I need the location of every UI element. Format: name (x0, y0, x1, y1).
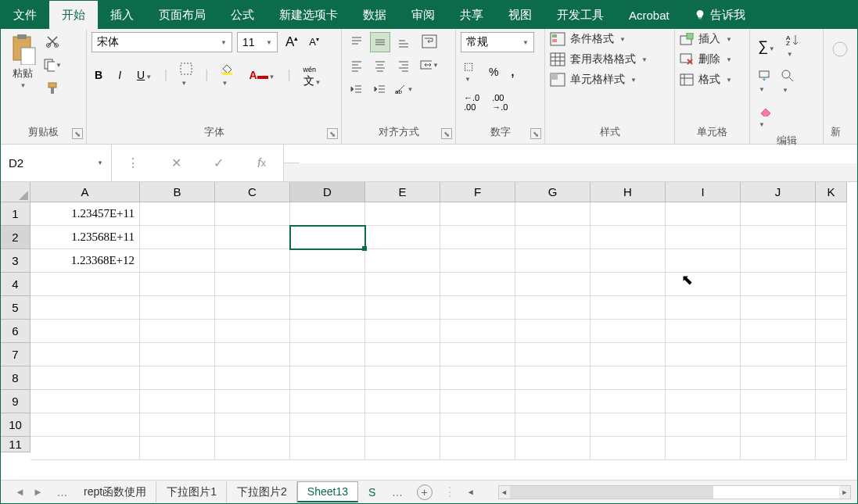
clipboard-launcher[interactable]: ⬊ (72, 128, 83, 139)
sheet-more-right[interactable]: ... (386, 485, 408, 499)
row-header-9[interactable]: 9 (1, 390, 31, 413)
cell-B10[interactable] (140, 413, 215, 437)
cell-B5[interactable] (140, 296, 215, 320)
cell-C2[interactable] (215, 226, 290, 249)
col-header-H[interactable]: H (591, 182, 666, 202)
col-header-K[interactable]: K (816, 182, 847, 202)
cell-C7[interactable] (215, 343, 290, 366)
merge-button[interactable]: ▼ (420, 55, 439, 74)
cell-I5[interactable] (666, 296, 741, 320)
cell-J2[interactable] (741, 226, 816, 249)
cell-B1[interactable] (140, 202, 215, 226)
cell-E8[interactable] (365, 366, 440, 390)
align-middle-button[interactable] (370, 32, 390, 52)
paste-button[interactable]: 粘贴 ▼ (5, 32, 40, 91)
italic-button[interactable]: I (115, 67, 124, 83)
cell-H10[interactable] (591, 413, 666, 437)
cell-H8[interactable] (591, 366, 666, 390)
delete-button[interactable]: 删除▼ (680, 52, 732, 66)
decrease-font-button[interactable]: A▾ (306, 34, 322, 49)
cell-K9[interactable] (816, 390, 847, 413)
cell-K11[interactable] (816, 437, 847, 460)
cell-G8[interactable] (515, 366, 591, 390)
alignment-launcher[interactable]: ⬊ (441, 128, 452, 139)
cell-D10[interactable] (290, 413, 365, 437)
cell-K1[interactable] (816, 202, 847, 226)
format-button[interactable]: 格式▼ (680, 73, 732, 87)
tab-review[interactable]: 审阅 (399, 1, 447, 29)
cell-F1[interactable] (440, 202, 515, 226)
cell-G7[interactable] (515, 343, 591, 366)
cell-J9[interactable] (741, 390, 816, 413)
row-header-7[interactable]: 7 (1, 343, 31, 366)
tab-developer[interactable]: 开发工具 (544, 1, 616, 29)
cell-B11[interactable] (140, 437, 215, 460)
cell-B7[interactable] (140, 343, 215, 366)
orientation-button[interactable]: ab▼ (393, 79, 414, 99)
cell-I10[interactable] (666, 413, 741, 437)
select-all-corner[interactable] (1, 182, 31, 202)
sheet-tab-3[interactable]: Sheet13 (297, 481, 358, 502)
cell-C1[interactable] (215, 202, 290, 226)
sheet-tab-partial[interactable]: S (358, 482, 386, 502)
cell-B8[interactable] (140, 366, 215, 390)
cell-A10[interactable] (31, 413, 140, 437)
sheet-nav-prev[interactable]: ◄ (15, 486, 25, 498)
number-format-combo[interactable]: 常规▼ (461, 32, 534, 52)
cell-I9[interactable] (666, 390, 741, 413)
cell-B2[interactable] (140, 226, 215, 249)
cell-E1[interactable] (365, 202, 440, 226)
font-name-combo[interactable]: 宋体▼ (92, 32, 232, 52)
table-format-button[interactable]: 套用表格格式▼ (550, 52, 648, 66)
cell-C9[interactable] (215, 390, 290, 413)
cell-J4[interactable] (741, 273, 816, 296)
col-header-C[interactable]: C (215, 182, 290, 202)
col-header-G[interactable]: G (515, 182, 591, 202)
col-header-A[interactable]: A (31, 182, 140, 202)
cell-G2[interactable] (515, 226, 591, 249)
tab-new[interactable]: 新建选项卡 (267, 1, 350, 29)
cell-B3[interactable] (140, 249, 215, 273)
cancel-formula-button[interactable]: ✕ (163, 151, 188, 176)
cell-K5[interactable] (816, 296, 847, 320)
sheet-more-left[interactable]: ... (51, 485, 74, 499)
cell-J10[interactable] (741, 413, 816, 437)
cell-I2[interactable] (666, 226, 741, 249)
hscroll-left[interactable]: ◄ (467, 488, 475, 496)
align-right-button[interactable] (393, 55, 414, 76)
find-button[interactable]: ▼ (778, 68, 797, 96)
cell-D4[interactable] (290, 273, 365, 296)
row-header-2[interactable]: 2 (1, 226, 31, 249)
row-header-5[interactable]: 5 (1, 296, 31, 320)
cell-E2[interactable] (365, 226, 440, 249)
cell-K4[interactable] (816, 273, 847, 296)
cell-D7[interactable] (290, 343, 365, 366)
cell-D3[interactable] (290, 249, 365, 273)
cell-I1[interactable] (666, 202, 741, 226)
cell-G1[interactable] (515, 202, 591, 226)
cell-F9[interactable] (440, 390, 515, 413)
sheet-nav-next[interactable]: ► (33, 486, 43, 498)
col-header-J[interactable]: J (741, 182, 816, 202)
cell-J7[interactable] (741, 343, 816, 366)
format-painter-button[interactable] (43, 79, 62, 98)
cell-H11[interactable] (591, 437, 666, 460)
fx-button[interactable]: fx (250, 151, 275, 176)
accounting-button[interactable]: ⬚▼ (461, 59, 479, 85)
cell-K7[interactable] (816, 343, 847, 366)
phonetic-button[interactable]: wén文▼ (300, 60, 325, 90)
cell-A2[interactable]: 1.23568E+11 (31, 226, 140, 249)
cell-C11[interactable] (215, 437, 290, 460)
cell-H1[interactable] (591, 202, 666, 226)
cell-D5[interactable] (290, 296, 365, 320)
formula-input[interactable] (284, 145, 300, 163)
cell-E7[interactable] (365, 343, 440, 366)
cell-I6[interactable] (666, 320, 741, 343)
insert-button[interactable]: 插入▼ (680, 32, 732, 46)
cell-D9[interactable] (290, 390, 365, 413)
cell-I4[interactable] (666, 273, 741, 296)
row-header-1[interactable]: 1 (1, 202, 31, 226)
cell-D11[interactable] (290, 437, 365, 460)
cell-C8[interactable] (215, 366, 290, 390)
cell-I8[interactable] (666, 366, 741, 390)
